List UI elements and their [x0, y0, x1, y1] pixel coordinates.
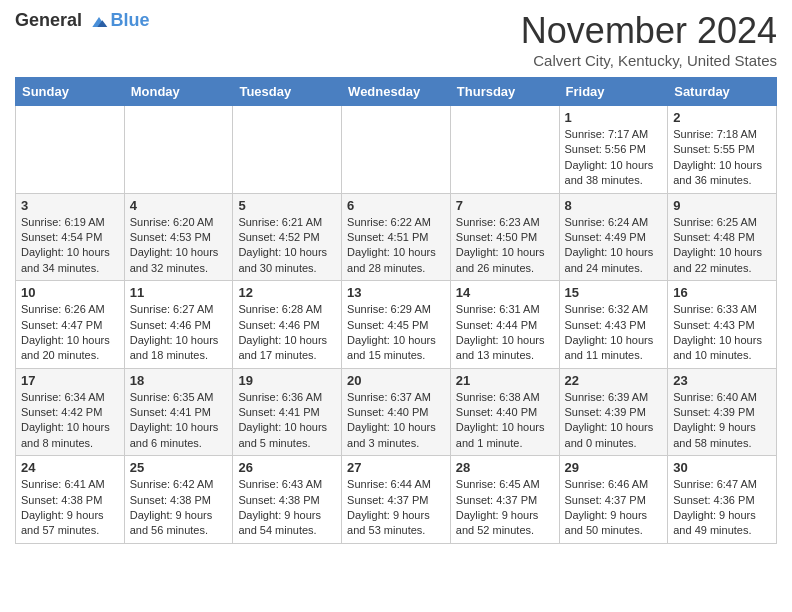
- calendar-cell: 15Sunrise: 6:32 AM Sunset: 4:43 PM Dayli…: [559, 281, 668, 369]
- day-info: Sunrise: 7:18 AM Sunset: 5:55 PM Dayligh…: [673, 127, 771, 189]
- calendar-cell: [450, 106, 559, 194]
- week-row-2: 3Sunrise: 6:19 AM Sunset: 4:54 PM Daylig…: [16, 193, 777, 281]
- day-info: Sunrise: 6:40 AM Sunset: 4:39 PM Dayligh…: [673, 390, 771, 452]
- day-number: 17: [21, 373, 119, 388]
- day-info: Sunrise: 6:41 AM Sunset: 4:38 PM Dayligh…: [21, 477, 119, 539]
- calendar-cell: 14Sunrise: 6:31 AM Sunset: 4:44 PM Dayli…: [450, 281, 559, 369]
- day-info: Sunrise: 6:28 AM Sunset: 4:46 PM Dayligh…: [238, 302, 336, 364]
- header: General Blue November 2024 Calvert City,…: [15, 10, 777, 69]
- day-info: Sunrise: 6:27 AM Sunset: 4:46 PM Dayligh…: [130, 302, 228, 364]
- title-area: November 2024 Calvert City, Kentucky, Un…: [521, 10, 777, 69]
- day-of-week-wednesday: Wednesday: [342, 78, 451, 106]
- calendar-cell: 20Sunrise: 6:37 AM Sunset: 4:40 PM Dayli…: [342, 368, 451, 456]
- calendar-cell: 8Sunrise: 6:24 AM Sunset: 4:49 PM Daylig…: [559, 193, 668, 281]
- day-number: 18: [130, 373, 228, 388]
- logo-general-text: General: [15, 10, 82, 30]
- day-info: Sunrise: 6:21 AM Sunset: 4:52 PM Dayligh…: [238, 215, 336, 277]
- calendar-cell: 24Sunrise: 6:41 AM Sunset: 4:38 PM Dayli…: [16, 456, 125, 544]
- calendar-cell: 29Sunrise: 6:46 AM Sunset: 4:37 PM Dayli…: [559, 456, 668, 544]
- day-number: 9: [673, 198, 771, 213]
- day-number: 5: [238, 198, 336, 213]
- day-info: Sunrise: 6:32 AM Sunset: 4:43 PM Dayligh…: [565, 302, 663, 364]
- day-number: 12: [238, 285, 336, 300]
- calendar-cell: 27Sunrise: 6:44 AM Sunset: 4:37 PM Dayli…: [342, 456, 451, 544]
- calendar-cell: 25Sunrise: 6:42 AM Sunset: 4:38 PM Dayli…: [124, 456, 233, 544]
- day-number: 21: [456, 373, 554, 388]
- day-info: Sunrise: 6:42 AM Sunset: 4:38 PM Dayligh…: [130, 477, 228, 539]
- day-number: 19: [238, 373, 336, 388]
- day-info: Sunrise: 7:17 AM Sunset: 5:56 PM Dayligh…: [565, 127, 663, 189]
- day-info: Sunrise: 6:23 AM Sunset: 4:50 PM Dayligh…: [456, 215, 554, 277]
- day-info: Sunrise: 6:47 AM Sunset: 4:36 PM Dayligh…: [673, 477, 771, 539]
- day-number: 25: [130, 460, 228, 475]
- day-info: Sunrise: 6:44 AM Sunset: 4:37 PM Dayligh…: [347, 477, 445, 539]
- day-of-week-thursday: Thursday: [450, 78, 559, 106]
- day-number: 6: [347, 198, 445, 213]
- day-of-week-saturday: Saturday: [668, 78, 777, 106]
- day-number: 30: [673, 460, 771, 475]
- day-number: 20: [347, 373, 445, 388]
- logo: General Blue: [15, 10, 150, 32]
- day-info: Sunrise: 6:43 AM Sunset: 4:38 PM Dayligh…: [238, 477, 336, 539]
- day-info: Sunrise: 6:36 AM Sunset: 4:41 PM Dayligh…: [238, 390, 336, 452]
- calendar-cell: 19Sunrise: 6:36 AM Sunset: 4:41 PM Dayli…: [233, 368, 342, 456]
- day-number: 14: [456, 285, 554, 300]
- day-number: 2: [673, 110, 771, 125]
- day-info: Sunrise: 6:22 AM Sunset: 4:51 PM Dayligh…: [347, 215, 445, 277]
- day-number: 7: [456, 198, 554, 213]
- calendar-cell: 12Sunrise: 6:28 AM Sunset: 4:46 PM Dayli…: [233, 281, 342, 369]
- week-row-5: 24Sunrise: 6:41 AM Sunset: 4:38 PM Dayli…: [16, 456, 777, 544]
- day-info: Sunrise: 6:26 AM Sunset: 4:47 PM Dayligh…: [21, 302, 119, 364]
- calendar-cell: 10Sunrise: 6:26 AM Sunset: 4:47 PM Dayli…: [16, 281, 125, 369]
- day-number: 16: [673, 285, 771, 300]
- location-title: Calvert City, Kentucky, United States: [521, 52, 777, 69]
- calendar-cell: 21Sunrise: 6:38 AM Sunset: 4:40 PM Dayli…: [450, 368, 559, 456]
- calendar-cell: [124, 106, 233, 194]
- calendar-cell: 28Sunrise: 6:45 AM Sunset: 4:37 PM Dayli…: [450, 456, 559, 544]
- calendar-table: SundayMondayTuesdayWednesdayThursdayFrid…: [15, 77, 777, 544]
- day-number: 27: [347, 460, 445, 475]
- week-row-3: 10Sunrise: 6:26 AM Sunset: 4:47 PM Dayli…: [16, 281, 777, 369]
- calendar-cell: 26Sunrise: 6:43 AM Sunset: 4:38 PM Dayli…: [233, 456, 342, 544]
- day-number: 15: [565, 285, 663, 300]
- day-number: 26: [238, 460, 336, 475]
- day-number: 28: [456, 460, 554, 475]
- day-number: 24: [21, 460, 119, 475]
- day-info: Sunrise: 6:25 AM Sunset: 4:48 PM Dayligh…: [673, 215, 771, 277]
- day-info: Sunrise: 6:35 AM Sunset: 4:41 PM Dayligh…: [130, 390, 228, 452]
- day-number: 1: [565, 110, 663, 125]
- day-info: Sunrise: 6:20 AM Sunset: 4:53 PM Dayligh…: [130, 215, 228, 277]
- day-info: Sunrise: 6:33 AM Sunset: 4:43 PM Dayligh…: [673, 302, 771, 364]
- logo-icon: [89, 12, 109, 32]
- calendar-cell: 3Sunrise: 6:19 AM Sunset: 4:54 PM Daylig…: [16, 193, 125, 281]
- day-info: Sunrise: 6:46 AM Sunset: 4:37 PM Dayligh…: [565, 477, 663, 539]
- calendar-cell: 13Sunrise: 6:29 AM Sunset: 4:45 PM Dayli…: [342, 281, 451, 369]
- day-info: Sunrise: 6:39 AM Sunset: 4:39 PM Dayligh…: [565, 390, 663, 452]
- day-info: Sunrise: 6:37 AM Sunset: 4:40 PM Dayligh…: [347, 390, 445, 452]
- calendar-cell: 2Sunrise: 7:18 AM Sunset: 5:55 PM Daylig…: [668, 106, 777, 194]
- month-title: November 2024: [521, 10, 777, 52]
- day-number: 13: [347, 285, 445, 300]
- day-of-week-monday: Monday: [124, 78, 233, 106]
- day-info: Sunrise: 6:38 AM Sunset: 4:40 PM Dayligh…: [456, 390, 554, 452]
- calendar-cell: 5Sunrise: 6:21 AM Sunset: 4:52 PM Daylig…: [233, 193, 342, 281]
- day-number: 29: [565, 460, 663, 475]
- day-info: Sunrise: 6:29 AM Sunset: 4:45 PM Dayligh…: [347, 302, 445, 364]
- day-info: Sunrise: 6:24 AM Sunset: 4:49 PM Dayligh…: [565, 215, 663, 277]
- week-row-4: 17Sunrise: 6:34 AM Sunset: 4:42 PM Dayli…: [16, 368, 777, 456]
- calendar-cell: 11Sunrise: 6:27 AM Sunset: 4:46 PM Dayli…: [124, 281, 233, 369]
- day-info: Sunrise: 6:19 AM Sunset: 4:54 PM Dayligh…: [21, 215, 119, 277]
- day-of-week-sunday: Sunday: [16, 78, 125, 106]
- calendar-cell: [342, 106, 451, 194]
- calendar-cell: 17Sunrise: 6:34 AM Sunset: 4:42 PM Dayli…: [16, 368, 125, 456]
- day-number: 3: [21, 198, 119, 213]
- calendar-cell: 1Sunrise: 7:17 AM Sunset: 5:56 PM Daylig…: [559, 106, 668, 194]
- week-row-1: 1Sunrise: 7:17 AM Sunset: 5:56 PM Daylig…: [16, 106, 777, 194]
- day-number: 8: [565, 198, 663, 213]
- calendar-cell: 30Sunrise: 6:47 AM Sunset: 4:36 PM Dayli…: [668, 456, 777, 544]
- day-number: 22: [565, 373, 663, 388]
- calendar-cell: 22Sunrise: 6:39 AM Sunset: 4:39 PM Dayli…: [559, 368, 668, 456]
- day-number: 23: [673, 373, 771, 388]
- day-number: 10: [21, 285, 119, 300]
- calendar-cell: 7Sunrise: 6:23 AM Sunset: 4:50 PM Daylig…: [450, 193, 559, 281]
